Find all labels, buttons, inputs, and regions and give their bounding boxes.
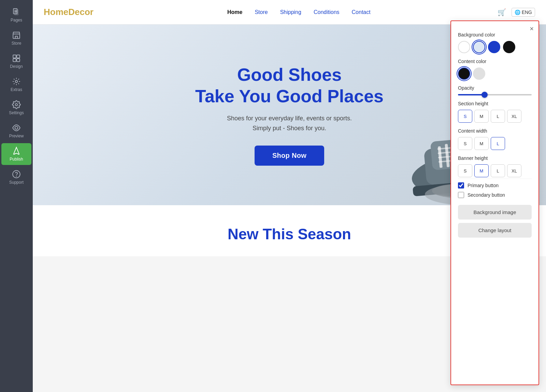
opacity-section: Opacity bbox=[458, 85, 532, 95]
hero-title: Good Shoes Take You Good Places bbox=[195, 64, 384, 107]
banner-height-xl[interactable]: XL bbox=[507, 164, 521, 177]
primary-button-label: Primary button bbox=[468, 183, 499, 188]
banner-height-label: Banner height bbox=[458, 155, 532, 161]
content-width-m[interactable]: M bbox=[474, 137, 489, 150]
svg-point-9 bbox=[15, 80, 18, 83]
nav-link-shipping[interactable]: Shipping bbox=[280, 9, 301, 15]
sidebar: Pages Store Design Extras Settings bbox=[0, 0, 33, 392]
section-height-section: Section height S M L XL bbox=[458, 101, 532, 123]
nav-right: 🛒 🌐 ENG bbox=[498, 8, 535, 17]
background-color-section: Background color bbox=[458, 32, 532, 53]
hero-content: Good Shoes Take You Good Places Shoes fo… bbox=[195, 64, 384, 165]
banner-height-buttons: S M L XL bbox=[458, 164, 532, 177]
language-button[interactable]: 🌐 ENG bbox=[512, 8, 535, 17]
sidebar-item-design[interactable]: Design bbox=[1, 50, 31, 72]
swatch-lightblue[interactable] bbox=[473, 41, 485, 53]
background-color-swatches bbox=[458, 41, 532, 53]
background-color-label: Background color bbox=[458, 32, 532, 37]
svg-rect-1 bbox=[15, 10, 18, 15]
opacity-slider[interactable] bbox=[458, 94, 532, 95]
swatch-content-black[interactable] bbox=[458, 67, 470, 80]
section-height-s[interactable]: S bbox=[458, 110, 472, 123]
divider bbox=[458, 179, 532, 179]
sidebar-item-extras[interactable]: Extras bbox=[1, 74, 31, 95]
nav-link-contact[interactable]: Contact bbox=[352, 9, 371, 15]
svg-point-11 bbox=[15, 126, 18, 130]
svg-rect-6 bbox=[17, 55, 20, 58]
nav-link-home[interactable]: Home bbox=[227, 9, 242, 15]
sidebar-item-pages[interactable]: Pages bbox=[1, 4, 31, 26]
opacity-label: Opacity bbox=[458, 85, 532, 91]
content-width-section: Content width S M L bbox=[458, 128, 532, 150]
sidebar-item-preview[interactable]: Preview bbox=[1, 120, 31, 142]
nav-links: Home Store Shipping Conditions Contact bbox=[114, 9, 484, 15]
secondary-button-label: Secondary button bbox=[468, 192, 505, 198]
cart-icon[interactable]: 🛒 bbox=[498, 8, 506, 16]
opacity-slider-container bbox=[458, 94, 532, 95]
primary-button-checkbox[interactable] bbox=[458, 182, 464, 189]
background-image-button[interactable]: Background image bbox=[458, 205, 532, 220]
banner-height-m[interactable]: M bbox=[474, 164, 489, 177]
svg-point-13 bbox=[16, 176, 16, 176]
sidebar-item-settings[interactable]: Settings bbox=[1, 97, 31, 119]
swatch-darkblue[interactable] bbox=[488, 41, 500, 53]
swatch-white[interactable] bbox=[458, 41, 470, 53]
swatch-black[interactable] bbox=[503, 41, 515, 53]
nav-link-conditions[interactable]: Conditions bbox=[314, 9, 340, 15]
svg-rect-7 bbox=[13, 59, 16, 62]
shop-now-button[interactable]: Shop Now bbox=[255, 146, 324, 166]
nav-link-store[interactable]: Store bbox=[255, 9, 268, 15]
section-height-buttons: S M L XL bbox=[458, 110, 532, 123]
site-logo: HomeDecor bbox=[44, 7, 94, 17]
svg-point-12 bbox=[13, 170, 20, 178]
banner-height-l[interactable]: L bbox=[491, 164, 505, 177]
secondary-button-checkbox[interactable] bbox=[458, 192, 464, 198]
settings-panel: × Background color Content color Opacity… bbox=[450, 20, 539, 385]
banner-height-section: Banner height S M L XL bbox=[458, 155, 532, 177]
section-height-label: Section height bbox=[458, 101, 532, 106]
primary-button-row: Primary button bbox=[458, 182, 532, 189]
hero-subtitle: Shoes for your everyday life, events or … bbox=[195, 114, 384, 133]
sidebar-item-publish[interactable]: Publish bbox=[1, 143, 31, 165]
content-width-label: Content width bbox=[458, 128, 532, 134]
svg-rect-5 bbox=[13, 55, 16, 58]
change-layout-button[interactable]: Change layout bbox=[458, 223, 532, 238]
section-height-m[interactable]: M bbox=[474, 110, 489, 123]
sidebar-item-support[interactable]: Support bbox=[1, 166, 31, 188]
content-color-section: Content color bbox=[458, 59, 532, 80]
content-width-l[interactable]: L bbox=[491, 137, 505, 150]
content-color-label: Content color bbox=[458, 59, 532, 64]
globe-icon: 🌐 bbox=[515, 10, 520, 15]
swatch-content-light[interactable] bbox=[473, 67, 485, 80]
banner-height-s[interactable]: S bbox=[458, 164, 472, 177]
sidebar-item-store[interactable]: Store bbox=[1, 27, 31, 49]
content-width-s[interactable]: S bbox=[458, 137, 472, 150]
content-width-buttons: S M L bbox=[458, 137, 532, 150]
section-height-l[interactable]: L bbox=[491, 110, 505, 123]
section-height-xl[interactable]: XL bbox=[507, 110, 521, 123]
content-color-swatches bbox=[458, 67, 532, 80]
secondary-button-row: Secondary button bbox=[458, 192, 532, 198]
svg-point-10 bbox=[15, 104, 18, 106]
close-button[interactable]: × bbox=[530, 25, 534, 32]
svg-rect-8 bbox=[17, 59, 20, 62]
